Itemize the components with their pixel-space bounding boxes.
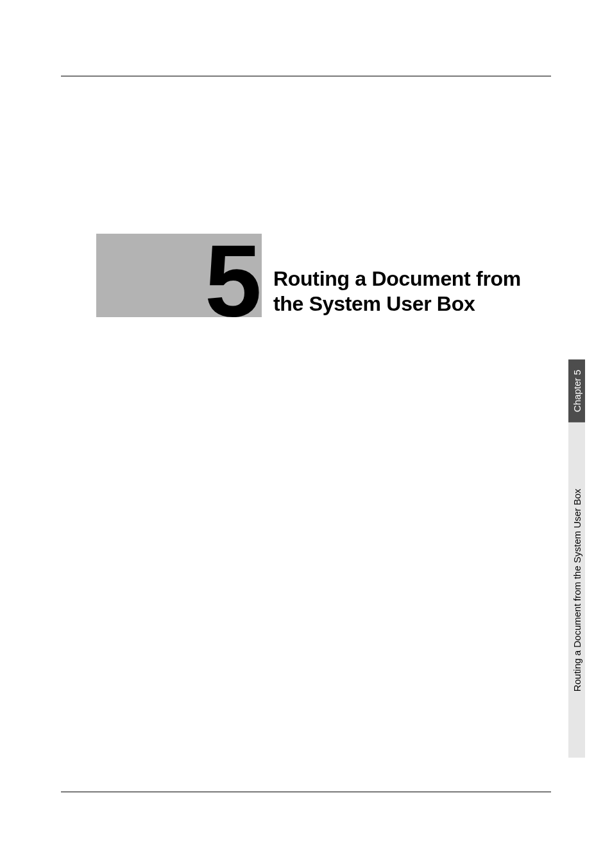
chapter-heading-block: 5 Routing a Document from the System Use… <box>96 234 551 317</box>
side-tab-chapter-label: Chapter 5 <box>568 360 585 422</box>
bottom-horizontal-rule <box>61 792 551 792</box>
page: 5 Routing a Document from the System Use… <box>0 0 612 868</box>
top-horizontal-rule <box>61 76 551 76</box>
side-tab: Chapter 5 Routing a Document from the Sy… <box>568 360 585 758</box>
chapter-number-box: 5 <box>96 234 262 317</box>
chapter-heading-row: 5 Routing a Document from the System Use… <box>96 234 551 317</box>
chapter-title-wrap: Routing a Document from the System User … <box>273 266 551 317</box>
side-tab-section-label: Routing a Document from the System User … <box>568 422 585 758</box>
chapter-number: 5 <box>205 241 259 321</box>
chapter-title: Routing a Document from the System User … <box>273 266 551 316</box>
